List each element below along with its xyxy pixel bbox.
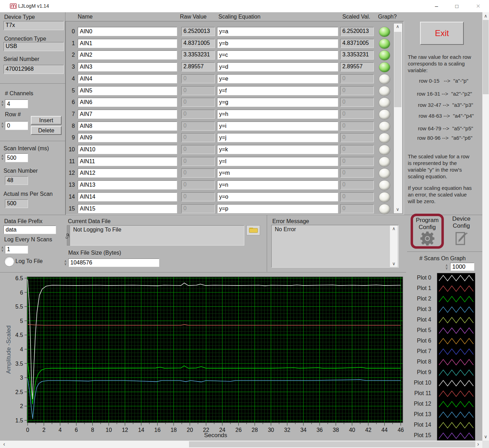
graph-led[interactable] bbox=[379, 180, 390, 191]
legend-label[interactable]: Plot 11 bbox=[406, 390, 431, 397]
legend-label[interactable]: Plot 7 bbox=[406, 348, 431, 354]
graph-led[interactable] bbox=[379, 192, 390, 202]
legend-label[interactable]: Plot 14 bbox=[406, 422, 431, 428]
legend-label[interactable]: Plot 1 bbox=[406, 285, 431, 291]
scaling-equation-input[interactable] bbox=[217, 180, 338, 189]
channel-name-input[interactable] bbox=[78, 192, 177, 201]
scaling-equation-input[interactable] bbox=[217, 168, 338, 178]
exit-button[interactable]: Exit bbox=[420, 22, 464, 45]
table-row: 500 bbox=[0, 86, 406, 96]
legend-label[interactable]: Plot 4 bbox=[406, 317, 431, 323]
legend-label[interactable]: Plot 8 bbox=[406, 359, 431, 365]
device-config-button[interactable]: Device Config bbox=[447, 215, 475, 249]
scaling-equation-input[interactable] bbox=[217, 133, 338, 142]
graph-led[interactable] bbox=[379, 27, 390, 37]
browse-folder-button[interactable] bbox=[246, 225, 260, 235]
channel-name-input[interactable] bbox=[78, 86, 177, 95]
scaling-equation-input[interactable] bbox=[217, 27, 338, 36]
max-file-size-input[interactable] bbox=[68, 259, 159, 267]
legend-label[interactable]: Plot 6 bbox=[406, 338, 431, 344]
channel-name-input[interactable] bbox=[78, 110, 177, 119]
svg-text:38: 38 bbox=[333, 427, 339, 433]
scroll-down-icon[interactable]: ∨ bbox=[390, 261, 398, 267]
graph-led[interactable] bbox=[379, 168, 390, 179]
horizontal-scrollbar-thumb[interactable] bbox=[189, 441, 475, 447]
channel-name-input[interactable] bbox=[78, 62, 177, 71]
scroll-up-icon[interactable]: ∧ bbox=[482, 13, 489, 19]
scaling-equation-input[interactable] bbox=[217, 122, 338, 131]
graph-led[interactable] bbox=[379, 109, 390, 120]
svg-text:12: 12 bbox=[122, 427, 128, 433]
window-vertical-scrollbar[interactable]: ∧ ∨ bbox=[482, 12, 489, 441]
vertical-scrollbar-thumb[interactable] bbox=[483, 20, 489, 94]
legend-label[interactable]: Plot 0 bbox=[406, 275, 431, 281]
graph-led[interactable] bbox=[379, 121, 390, 132]
graph-led[interactable] bbox=[379, 62, 390, 73]
channel-name-input[interactable] bbox=[78, 74, 177, 83]
legend-label[interactable]: Plot 10 bbox=[406, 380, 431, 386]
scans-on-graph-spinner[interactable]: ∧∨ bbox=[444, 264, 449, 270]
table-scrollbar[interactable]: ∧ ∨ bbox=[393, 23, 403, 214]
channel-name-input[interactable] bbox=[78, 157, 177, 166]
scaling-equation-input[interactable] bbox=[217, 50, 338, 60]
scroll-down-icon[interactable]: ∨ bbox=[394, 206, 401, 213]
scaling-equation-input[interactable] bbox=[217, 98, 338, 107]
legend-label[interactable]: Plot 15 bbox=[406, 432, 431, 439]
graph-led[interactable] bbox=[379, 157, 390, 167]
scroll-left-icon[interactable]: ‹ bbox=[1, 441, 7, 447]
raw-value-info-text: The raw value for each row corresponds t… bbox=[408, 54, 481, 74]
channel-name-input[interactable] bbox=[78, 168, 177, 178]
channel-name-input[interactable] bbox=[78, 98, 177, 107]
scroll-down-icon[interactable]: ∨ bbox=[482, 434, 489, 440]
error-scrollbar[interactable]: ∧ ∨ bbox=[390, 226, 398, 267]
graph-led[interactable] bbox=[379, 74, 390, 84]
graph-led[interactable] bbox=[379, 97, 390, 108]
legend-label[interactable]: Plot 2 bbox=[406, 296, 431, 302]
minimize-button[interactable]: – bbox=[429, 0, 444, 12]
max-file-size-spinner[interactable]: ∧∨ bbox=[63, 260, 68, 266]
scaling-equation-input[interactable] bbox=[217, 157, 338, 166]
channel-name-input[interactable] bbox=[78, 180, 177, 189]
legend-label[interactable]: Plot 3 bbox=[406, 306, 431, 312]
legend-label[interactable]: Plot 13 bbox=[406, 411, 431, 418]
scaling-equation-input[interactable] bbox=[217, 39, 338, 48]
channel-name-input[interactable] bbox=[78, 39, 177, 48]
channel-name-input[interactable] bbox=[78, 50, 177, 60]
channel-name-input[interactable] bbox=[78, 133, 177, 142]
program-config-button[interactable]: Program Config bbox=[411, 214, 444, 249]
graph-led[interactable] bbox=[379, 133, 390, 143]
graph-led[interactable] bbox=[379, 204, 390, 214]
row-mapping-4: row 64-79 --> "a5"-"p5" bbox=[418, 125, 473, 131]
log-every-spinner[interactable]: ∧∨ bbox=[0, 246, 5, 252]
graph-led[interactable] bbox=[379, 145, 390, 155]
scaling-equation-input[interactable] bbox=[217, 74, 338, 83]
scaling-equation-input[interactable] bbox=[217, 204, 338, 213]
drag-handle-icon[interactable] bbox=[65, 233, 70, 241]
scroll-up-icon[interactable]: ∧ bbox=[390, 226, 398, 232]
close-button[interactable]: × bbox=[470, 0, 486, 12]
scroll-up-icon[interactable]: ∧ bbox=[394, 23, 401, 30]
scaling-equation-input[interactable] bbox=[217, 145, 338, 154]
scaling-equation-input[interactable] bbox=[217, 110, 338, 119]
scaling-equation-input[interactable] bbox=[217, 192, 338, 201]
scans-on-graph-input[interactable] bbox=[450, 263, 474, 271]
scaling-equation-input[interactable] bbox=[217, 62, 338, 71]
graph-led[interactable] bbox=[379, 39, 390, 49]
legend-label[interactable]: Plot 12 bbox=[406, 401, 431, 407]
log-every-input[interactable] bbox=[5, 245, 28, 254]
scroll-right-icon[interactable]: › bbox=[475, 441, 481, 447]
table-scrollbar-thumb[interactable] bbox=[394, 32, 401, 107]
maximize-button[interactable]: □ bbox=[449, 0, 464, 12]
legend-label[interactable]: Plot 5 bbox=[406, 327, 431, 333]
log-to-file-radio[interactable] bbox=[4, 256, 14, 267]
legend-label[interactable]: Plot 9 bbox=[406, 369, 431, 375]
scaling-equation-input[interactable] bbox=[217, 86, 338, 95]
channel-name-input[interactable] bbox=[78, 122, 177, 131]
data-file-prefix-input[interactable] bbox=[4, 226, 56, 234]
channel-name-input[interactable] bbox=[78, 204, 177, 213]
graph-led[interactable] bbox=[379, 86, 390, 96]
channel-name-input[interactable] bbox=[78, 27, 177, 36]
window-horizontal-scrollbar[interactable]: ‹ › bbox=[0, 441, 482, 448]
graph-led[interactable] bbox=[379, 50, 390, 61]
channel-name-input[interactable] bbox=[78, 145, 177, 154]
